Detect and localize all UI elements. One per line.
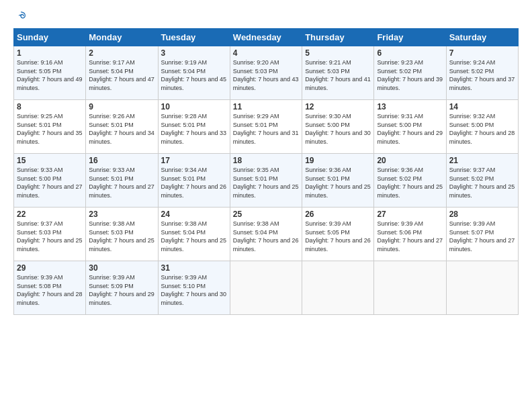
day-number: 2: [89, 48, 154, 58]
day-cell: 28 Sunrise: 9:39 AMSunset: 5:07 PMDaylig…: [446, 208, 518, 261]
day-number: 30: [89, 263, 154, 273]
day-number: 8: [17, 102, 83, 111]
week-row-4: 22 Sunrise: 9:37 AMSunset: 5:03 PMDaylig…: [14, 208, 519, 261]
day-cell: 26 Sunrise: 9:39 AMSunset: 5:05 PMDaylig…: [302, 208, 374, 261]
day-cell: 24 Sunrise: 9:38 AMSunset: 5:04 PMDaylig…: [158, 208, 230, 261]
header-day-friday: Friday: [374, 29, 446, 46]
day-info: Sunrise: 9:39 AMSunset: 5:09 PMDaylight:…: [89, 273, 154, 307]
day-info: Sunrise: 9:17 AMSunset: 5:04 PMDaylight:…: [89, 58, 154, 92]
day-number: 22: [17, 210, 83, 219]
day-number: 19: [305, 156, 371, 165]
day-number: 25: [233, 210, 299, 219]
day-info: Sunrise: 9:19 AMSunset: 5:04 PMDaylight:…: [161, 58, 227, 92]
day-number: 11: [233, 102, 299, 111]
day-cell: 27 Sunrise: 9:39 AMSunset: 5:06 PMDaylig…: [374, 208, 446, 261]
day-cell: 5 Sunrise: 9:21 AMSunset: 5:03 PMDayligh…: [302, 46, 374, 100]
day-cell: 10 Sunrise: 9:28 AMSunset: 5:01 PMDaylig…: [158, 100, 230, 154]
day-cell: [446, 261, 518, 315]
day-info: Sunrise: 9:24 AMSunset: 5:02 PMDaylight:…: [449, 58, 515, 92]
day-info: Sunrise: 9:37 AMSunset: 5:02 PMDaylight:…: [449, 166, 515, 199]
day-number: 14: [449, 102, 515, 111]
day-info: Sunrise: 9:26 AMSunset: 5:01 PMDaylight:…: [89, 112, 154, 146]
day-info: Sunrise: 9:33 AMSunset: 5:01 PMDaylight:…: [89, 166, 154, 199]
day-cell: 11 Sunrise: 9:29 AMSunset: 5:01 PMDaylig…: [230, 100, 302, 154]
day-info: Sunrise: 9:31 AMSunset: 5:00 PMDaylight:…: [377, 112, 443, 146]
day-number: 4: [233, 48, 299, 58]
day-info: Sunrise: 9:39 AMSunset: 5:05 PMDaylight:…: [305, 220, 371, 253]
day-cell: 31 Sunrise: 9:39 AMSunset: 5:10 PMDaylig…: [158, 261, 230, 315]
day-number: 5: [305, 48, 371, 58]
day-cell: 6 Sunrise: 9:23 AMSunset: 5:02 PMDayligh…: [374, 46, 446, 100]
day-cell: 4 Sunrise: 9:20 AMSunset: 5:03 PMDayligh…: [230, 46, 302, 100]
day-info: Sunrise: 9:16 AMSunset: 5:05 PMDaylight:…: [17, 58, 83, 92]
day-number: 17: [161, 156, 227, 165]
day-cell: 23 Sunrise: 9:38 AMSunset: 5:03 PMDaylig…: [86, 208, 158, 261]
day-info: Sunrise: 9:38 AMSunset: 5:03 PMDaylight:…: [89, 220, 154, 253]
day-info: Sunrise: 9:20 AMSunset: 5:03 PMDaylight:…: [233, 58, 299, 92]
day-cell: [230, 261, 302, 315]
day-cell: [302, 261, 374, 315]
day-info: Sunrise: 9:23 AMSunset: 5:02 PMDaylight:…: [377, 58, 443, 92]
day-cell: 2 Sunrise: 9:17 AMSunset: 5:04 PMDayligh…: [86, 46, 158, 100]
day-cell: 13 Sunrise: 9:31 AMSunset: 5:00 PMDaylig…: [374, 100, 446, 154]
header-day-wednesday: Wednesday: [230, 29, 302, 46]
day-number: 13: [377, 102, 443, 111]
page: SundayMondayTuesdayWednesdayThursdayFrid…: [0, 0, 532, 411]
header-day-thursday: Thursday: [302, 29, 374, 46]
week-row-1: 1 Sunrise: 9:16 AMSunset: 5:05 PMDayligh…: [14, 46, 519, 100]
day-info: Sunrise: 9:35 AMSunset: 5:01 PMDaylight:…: [233, 166, 299, 199]
day-number: 28: [449, 210, 515, 219]
day-number: 31: [161, 263, 227, 273]
day-cell: 22 Sunrise: 9:37 AMSunset: 5:03 PMDaylig…: [14, 208, 86, 261]
header: [13, 11, 519, 23]
day-number: 15: [17, 156, 83, 165]
header-day-sunday: Sunday: [14, 29, 86, 46]
logo-text: [13, 11, 27, 23]
day-cell: 14 Sunrise: 9:32 AMSunset: 5:00 PMDaylig…: [446, 100, 518, 154]
day-info: Sunrise: 9:38 AMSunset: 5:04 PMDaylight:…: [233, 220, 299, 253]
day-number: 3: [161, 48, 227, 58]
day-info: Sunrise: 9:36 AMSunset: 5:01 PMDaylight:…: [305, 166, 371, 199]
header-day-monday: Monday: [86, 29, 158, 46]
day-cell: 3 Sunrise: 9:19 AMSunset: 5:04 PMDayligh…: [158, 46, 230, 100]
day-cell: 17 Sunrise: 9:34 AMSunset: 5:01 PMDaylig…: [158, 154, 230, 208]
day-cell: 7 Sunrise: 9:24 AMSunset: 5:02 PMDayligh…: [446, 46, 518, 100]
day-number: 29: [17, 263, 83, 273]
day-cell: 20 Sunrise: 9:36 AMSunset: 5:02 PMDaylig…: [374, 154, 446, 208]
day-number: 1: [17, 48, 83, 58]
week-row-2: 8 Sunrise: 9:25 AMSunset: 5:01 PMDayligh…: [14, 100, 519, 154]
day-number: 6: [377, 48, 443, 58]
day-info: Sunrise: 9:36 AMSunset: 5:02 PMDaylight:…: [377, 166, 443, 199]
day-cell: 21 Sunrise: 9:37 AMSunset: 5:02 PMDaylig…: [446, 154, 518, 208]
week-row-5: 29 Sunrise: 9:39 AMSunset: 5:08 PMDaylig…: [14, 261, 519, 315]
day-cell: 18 Sunrise: 9:35 AMSunset: 5:01 PMDaylig…: [230, 154, 302, 208]
day-info: Sunrise: 9:29 AMSunset: 5:01 PMDaylight:…: [233, 112, 299, 146]
header-day-tuesday: Tuesday: [158, 29, 230, 46]
day-number: 21: [449, 156, 515, 165]
day-info: Sunrise: 9:39 AMSunset: 5:06 PMDaylight:…: [377, 220, 443, 253]
day-cell: 19 Sunrise: 9:36 AMSunset: 5:01 PMDaylig…: [302, 154, 374, 208]
day-number: 9: [89, 102, 154, 111]
calendar-table: SundayMondayTuesdayWednesdayThursdayFrid…: [13, 28, 519, 315]
day-info: Sunrise: 9:21 AMSunset: 5:03 PMDaylight:…: [305, 58, 371, 92]
day-number: 23: [89, 210, 154, 219]
day-cell: 1 Sunrise: 9:16 AMSunset: 5:05 PMDayligh…: [14, 46, 86, 100]
day-info: Sunrise: 9:38 AMSunset: 5:04 PMDaylight:…: [161, 220, 227, 253]
day-info: Sunrise: 9:32 AMSunset: 5:00 PMDaylight:…: [449, 112, 515, 146]
header-day-saturday: Saturday: [446, 29, 518, 46]
day-number: 26: [305, 210, 371, 219]
day-info: Sunrise: 9:30 AMSunset: 5:00 PMDaylight:…: [305, 112, 371, 146]
day-cell: [374, 261, 446, 315]
logo-bird-icon: [15, 11, 27, 23]
day-cell: 25 Sunrise: 9:38 AMSunset: 5:04 PMDaylig…: [230, 208, 302, 261]
day-cell: 30 Sunrise: 9:39 AMSunset: 5:09 PMDaylig…: [86, 261, 158, 315]
day-number: 24: [161, 210, 227, 219]
day-cell: 9 Sunrise: 9:26 AMSunset: 5:01 PMDayligh…: [86, 100, 158, 154]
day-info: Sunrise: 9:39 AMSunset: 5:10 PMDaylight:…: [161, 273, 227, 307]
day-number: 20: [377, 156, 443, 165]
day-info: Sunrise: 9:39 AMSunset: 5:08 PMDaylight:…: [17, 273, 83, 307]
day-number: 27: [377, 210, 443, 219]
day-info: Sunrise: 9:34 AMSunset: 5:01 PMDaylight:…: [161, 166, 227, 199]
day-number: 18: [233, 156, 299, 165]
day-number: 12: [305, 102, 371, 111]
